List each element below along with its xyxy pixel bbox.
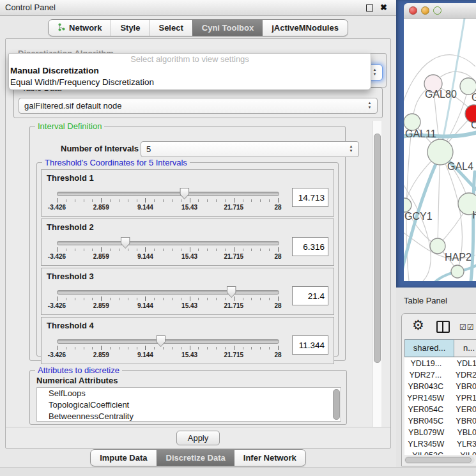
- algorithm-hint-option[interactable]: Select algorithm to view settings: [9, 54, 371, 65]
- table-row[interactable]: YBR043CYBR0: [404, 381, 476, 392]
- number-of-intervals-combobox[interactable]: 5 ▲▼: [141, 141, 359, 157]
- attribute-item[interactable]: TopologicalCoefficient: [37, 399, 341, 411]
- select-checkbox-icons[interactable]: ☑☑: [459, 323, 475, 332]
- settings-scroll-region: Interval Definition Number of Intervals …: [13, 121, 381, 427]
- table-header: shared... n...: [404, 339, 476, 357]
- scrollbar-thumb[interactable]: [374, 134, 381, 363]
- table-row[interactable]: YLR345WYLR3: [404, 438, 476, 450]
- gear-icon[interactable]: ⚙: [412, 318, 424, 333]
- network-node[interactable]: [404, 198, 411, 212]
- cell-shared-name[interactable]: YDR27...: [404, 369, 447, 381]
- threshold-panel: Threshold 3-3.4262.8599.14415.4321.71528: [41, 268, 334, 315]
- slider-scale-labels: -3.4262.8599.14415.4321.71528: [57, 253, 278, 261]
- threshold-slider[interactable]: -3.4262.8599.14415.4321.71528: [57, 241, 278, 263]
- tab-style[interactable]: Style: [111, 20, 149, 36]
- threshold-slider[interactable]: -3.4262.8599.14415.4321.71528: [57, 290, 278, 312]
- threshold-value-field[interactable]: [292, 286, 328, 305]
- settings-vertical-scrollbar[interactable]: [372, 121, 381, 427]
- tab-discretize-data[interactable]: Discretize Data: [157, 450, 234, 466]
- tab-impute-data[interactable]: Impute Data: [91, 450, 156, 466]
- slider-track[interactable]: [57, 339, 279, 344]
- tab-label: Select: [158, 23, 183, 33]
- control-panel-titlebar: Control Panel ✖: [0, 0, 396, 16]
- close-icon[interactable]: ✖: [380, 3, 387, 12]
- scrollbar-thumb[interactable]: [405, 457, 472, 463]
- cell-name[interactable]: YDL1: [448, 358, 476, 369]
- cell-shared-name[interactable]: YER054C: [404, 404, 447, 415]
- algorithm-dropdown-popup: Select algorithm to view settings Manual…: [8, 53, 371, 90]
- slider-scale-labels: -3.4262.8599.14415.4321.71528: [57, 351, 278, 359]
- cell-shared-name[interactable]: YDL19...: [404, 358, 448, 369]
- column-header-shared-name[interactable]: shared...: [404, 339, 454, 357]
- cell-name[interactable]: YLR3: [448, 438, 476, 450]
- algorithm-option[interactable]: Equal Width/Frequency Discretization: [9, 77, 371, 88]
- network-node-label: H: [472, 210, 476, 220]
- float-window-icon[interactable]: [366, 4, 373, 12]
- cell-name[interactable]: YIL0: [451, 450, 476, 455]
- cell-name[interactable]: YER0: [447, 404, 476, 415]
- attribute-items: SelfLoopsTopologicalCoefficientBetweenne…: [37, 388, 341, 422]
- number-of-intervals-label: Number of Intervals: [61, 144, 139, 153]
- cell-shared-name[interactable]: YLR345W: [404, 438, 448, 450]
- column-header-name[interactable]: n...: [454, 339, 476, 357]
- threshold-value-field[interactable]: [292, 237, 328, 256]
- slider-track[interactable]: [57, 192, 279, 196]
- network-canvas[interactable]: GAL80GACGAL11GAL4GCY1HHAP2: [404, 19, 476, 281]
- tab-network[interactable]: Network: [49, 20, 111, 36]
- stepper-arrows-icon: ▲▼: [348, 144, 354, 153]
- threshold-slider[interactable]: -3.4262.8599.14415.4321.71528: [57, 192, 278, 213]
- threshold-panel: Threshold 2-3.4262.8599.14415.4321.71528: [41, 219, 334, 266]
- table-row[interactable]: YIL052CYIL0: [404, 450, 476, 455]
- bottom-tab-control: Impute DataDiscretize DataInfer Network: [90, 449, 306, 466]
- cell-shared-name[interactable]: YBR045C: [404, 415, 447, 427]
- cell-shared-name[interactable]: YIL052C: [404, 450, 451, 455]
- tab-infer-network[interactable]: Infer Network: [234, 450, 305, 466]
- network-node[interactable]: [451, 265, 464, 278]
- cell-shared-name[interactable]: YBL079W: [404, 427, 448, 438]
- apply-button[interactable]: Apply: [176, 431, 220, 445]
- slider-scale-labels: -3.4262.8599.14415.4321.71528: [57, 302, 278, 310]
- cell-name[interactable]: YBL0: [448, 427, 476, 438]
- cell-name[interactable]: YPR1: [447, 392, 476, 404]
- tab-cyni-toolbox[interactable]: Cyni Toolbox: [192, 20, 263, 36]
- table-data-combobox[interactable]: galFiltered.sif default node ▲▼: [19, 98, 378, 114]
- algorithm-option[interactable]: Manual Discretization: [9, 65, 371, 77]
- tab-jactivemnodules[interactable]: jActiveMNodules: [263, 20, 348, 36]
- thresholds-group-label: Threshold's Coordinates for 5 Intervals: [42, 158, 190, 167]
- attributes-group-label: Attributes to discretize: [35, 365, 122, 375]
- slider-track[interactable]: [57, 241, 279, 245]
- tab-label: jActiveMNodules: [272, 23, 339, 33]
- table-row[interactable]: YBR045CYBR0: [404, 415, 476, 427]
- slider-track[interactable]: [57, 290, 279, 295]
- cell-name[interactable]: YBR0: [447, 381, 476, 392]
- threshold-value-field[interactable]: [292, 335, 328, 355]
- table-panel-body: ⚙ ☑☑ shared... n... YDL19...YDL1YDR27...…: [401, 313, 476, 466]
- network-node-label: GAL11: [405, 128, 436, 139]
- cell-name[interactable]: YDR2: [447, 369, 476, 381]
- cyni-toolbox-panel: Discretization Algorithm ▲▼ Select algor…: [5, 38, 391, 449]
- threshold-list: Threshold 1-3.4262.8599.14415.4321.71528…: [37, 169, 338, 366]
- attribute-item[interactable]: SelfLoops: [37, 388, 341, 399]
- split-pane-icon[interactable]: [436, 321, 450, 333]
- table-row[interactable]: YDL19...YDL1: [404, 358, 476, 369]
- attributes-scrollbar[interactable]: [333, 389, 340, 420]
- network-window-titlebar[interactable]: [404, 3, 476, 19]
- network-node[interactable]: [430, 238, 445, 254]
- cell-name[interactable]: YBR0: [447, 415, 476, 427]
- table-rows: YDL19...YDL1YDR27...YDR2YBR043CYBR0YPR14…: [404, 358, 476, 455]
- cell-shared-name[interactable]: YBR043C: [404, 381, 447, 392]
- table-horizontal-scrollbar[interactable]: [404, 456, 475, 464]
- threshold-slider[interactable]: -3.4262.8599.14415.4321.71528: [57, 339, 278, 361]
- table-row[interactable]: YPR145WYPR1: [404, 392, 476, 404]
- table-row[interactable]: YDR27...YDR2: [404, 369, 476, 381]
- threshold-value-field[interactable]: [292, 188, 328, 207]
- zoom-traffic-light-icon[interactable]: [433, 6, 441, 15]
- close-traffic-light-icon[interactable]: [409, 6, 417, 15]
- minimize-traffic-light-icon[interactable]: [421, 6, 429, 15]
- table-row[interactable]: YER054CYER0: [404, 404, 476, 415]
- attribute-item[interactable]: BetweennessCentrality: [37, 411, 341, 422]
- tab-select[interactable]: Select: [149, 20, 192, 36]
- slider-ticks: [57, 247, 278, 253]
- cell-shared-name[interactable]: YPR145W: [404, 392, 447, 404]
- table-row[interactable]: YBL079WYBL0: [404, 427, 476, 438]
